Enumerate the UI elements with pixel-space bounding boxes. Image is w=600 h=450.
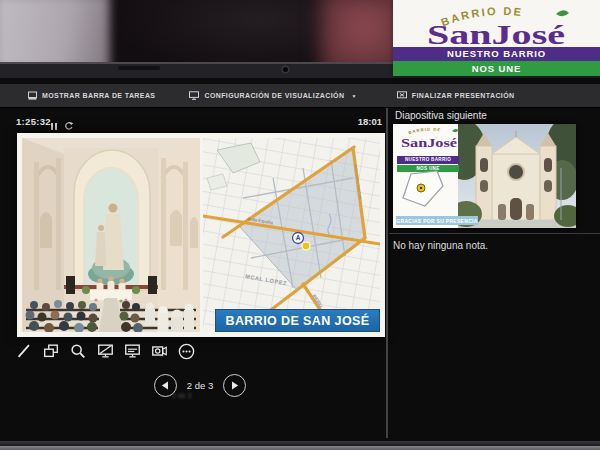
laptop-base — [0, 446, 600, 450]
thumb-banner-nuestro: NUESTRO BARRIO — [397, 156, 459, 164]
end-show-button[interactable]: FINALIZAR PRESENTACIÓN — [397, 91, 515, 100]
leaf-icon — [452, 129, 459, 132]
subtitles-icon — [123, 342, 142, 360]
taskbar-icon — [28, 91, 37, 100]
notes-divider — [389, 233, 600, 234]
overlay-logo-card: BARRIO DE SanJosé NUESTRO BARRIO NOS UNE — [393, 0, 600, 76]
next-slide-icon — [231, 381, 239, 390]
slide-counter-ghost: 2 de 3 — [172, 392, 191, 399]
all-slides-button[interactable] — [41, 341, 61, 361]
timer-row: 1:25:32 18:01 — [0, 113, 385, 133]
zoom-icon — [69, 342, 87, 360]
presenter-tools — [14, 338, 234, 364]
slide-navigation: 2 de 3 — [140, 372, 260, 398]
display-settings-button[interactable]: CONFIGURACIÓN DE VISUALIZACIÓN ▼ — [189, 91, 356, 100]
black-screen-icon — [96, 342, 115, 360]
overlay-logo-lockup: BARRIO DE SanJosé — [393, 0, 600, 48]
slide-counter: 2 de 3 — [187, 380, 213, 391]
next-slide-header: Diapositiva siguiente — [395, 110, 487, 121]
chevron-down-icon: ▼ — [351, 93, 356, 99]
presenter-toolbar: MOSTRAR BARRA DE TAREAS CONFIGURACIÓN DE… — [0, 84, 600, 108]
thumb-logo-lockup: BARRIO DE SanJosé — [397, 127, 461, 151]
current-slide[interactable]: Avda España MCAL LOPEZ PERU AVDA GRAL SA… — [17, 133, 385, 337]
webcam — [283, 67, 288, 72]
church-interior-photo — [22, 138, 200, 332]
more-options-icon — [177, 342, 196, 361]
next-slide-thumbnail[interactable]: BARRIO DE SanJosé NUESTRO BARRIO NOS UNE… — [393, 124, 576, 228]
overlay-banner-nosune: NOS UNE — [393, 61, 600, 76]
pen-icon — [15, 342, 33, 360]
panel-divider — [386, 108, 388, 438]
svg-text:SanJosé: SanJosé — [401, 136, 458, 150]
neighborhood-map: Avda España MCAL LOPEZ PERU AVDA GRAL SA… — [203, 138, 380, 332]
end-show-label: FINALIZAR PRESENTACIÓN — [412, 92, 515, 99]
camera-icon — [150, 342, 169, 360]
end-show-icon — [397, 91, 407, 100]
notes-text: No hay ninguna nota. — [393, 240, 488, 251]
camera-button[interactable] — [149, 341, 169, 361]
wall-clock: 18:01 — [0, 116, 382, 127]
mic-slot — [118, 66, 160, 70]
zoom-slide-button[interactable] — [68, 341, 88, 361]
prev-slide-icon — [161, 381, 169, 390]
church-exterior-photo — [458, 124, 576, 228]
map-yellow-dot — [302, 242, 310, 250]
thumb-map-outline — [399, 170, 451, 208]
photo-of-laptop: MOSTRAR BARRA DE TAREAS CONFIGURACIÓN DE… — [0, 0, 600, 450]
svg-text:BARRIO DE: BARRIO DE — [408, 127, 442, 135]
svg-text:A: A — [296, 234, 301, 241]
black-screen-button[interactable] — [95, 341, 115, 361]
more-options-button[interactable] — [176, 341, 196, 361]
show-taskbar-label: MOSTRAR BARRA DE TAREAS — [42, 92, 155, 99]
next-slide-button[interactable] — [223, 374, 246, 397]
display-settings-label: CONFIGURACIÓN DE VISUALIZACIÓN — [204, 92, 344, 99]
leaf-icon — [556, 10, 569, 16]
thumb-footer-banner: GRACIAS POR SU PRESENCIA — [396, 216, 478, 225]
show-taskbar-button[interactable]: MOSTRAR BARRA DE TAREAS — [28, 91, 155, 100]
thumb-logo: BARRIO DE SanJosé NUESTRO BARRIO NOS UNE — [397, 127, 461, 172]
display-settings-icon — [189, 91, 199, 100]
slide-title-banner: BARRIO DE SAN JOSÉ — [215, 309, 380, 332]
all-slides-icon — [42, 342, 60, 360]
svg-text:SanJosé: SanJosé — [427, 20, 565, 48]
subtitles-button[interactable] — [122, 341, 142, 361]
pen-button[interactable] — [14, 341, 34, 361]
overlay-banner-nuestro: NUESTRO BARRIO — [393, 47, 600, 61]
